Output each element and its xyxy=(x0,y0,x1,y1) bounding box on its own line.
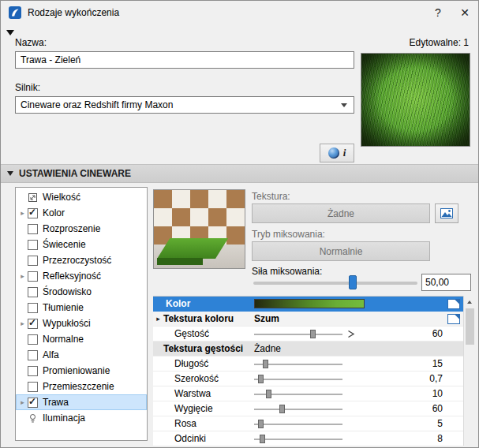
prop-slider-track[interactable] xyxy=(254,439,342,440)
blend-strength-slider-thumb[interactable] xyxy=(349,275,357,289)
tree-item-wielkosc[interactable]: Wielkość xyxy=(16,189,147,205)
tree-item-kolor[interactable]: Kolor xyxy=(16,205,147,221)
expand-arrow-icon[interactable] xyxy=(153,315,163,323)
prop-row-gestosc[interactable]: Gęstość60 xyxy=(153,327,463,342)
tree-item-przemieszczenie[interactable]: Przemieszczenie xyxy=(16,379,147,394)
tree-item-promieniowanie[interactable]: Promieniowanie xyxy=(16,363,147,379)
tree-item-trawa[interactable]: Trawa xyxy=(16,394,147,410)
tree-item-wypuklosci[interactable]: Wypukłości xyxy=(16,315,147,331)
app-logo-icon xyxy=(9,6,21,19)
channel-checkbox[interactable] xyxy=(28,208,38,218)
prop-slider-thumb[interactable] xyxy=(310,330,316,338)
channel-checkbox[interactable] xyxy=(28,319,38,329)
prop-row-tekstura-gestosci[interactable]: Tekstura gęstościŻadne xyxy=(153,342,463,357)
section-collapse-icon xyxy=(7,171,13,176)
prop-number-value[interactable]: 8 xyxy=(437,433,443,444)
cineware-info-button[interactable]: i xyxy=(320,144,354,162)
prop-slider-thumb[interactable] xyxy=(258,375,264,383)
prop-row-dlugosc[interactable]: Długość15 xyxy=(153,357,463,371)
engine-label: Silnik: xyxy=(15,82,40,93)
prop-label: Warstwa xyxy=(174,388,211,399)
prop-slider-track[interactable] xyxy=(254,379,342,380)
close-button[interactable]: ✕ xyxy=(451,1,478,24)
texture-browse-button[interactable] xyxy=(435,203,458,223)
tree-item-label: Wielkość xyxy=(43,192,80,203)
prop-number-value[interactable]: 60 xyxy=(432,403,443,414)
expand-arrow-icon[interactable] xyxy=(17,394,28,410)
prop-label: Tekstura gęstości xyxy=(163,343,243,354)
prop-number-value[interactable]: 15 xyxy=(432,358,443,369)
titlebar: Rodzaje wykończenia ? ✕ xyxy=(1,1,478,24)
texture-button[interactable]: Żadne xyxy=(252,203,430,223)
channel-checkbox[interactable] xyxy=(28,350,38,360)
prop-number-value[interactable]: 60 xyxy=(432,328,443,339)
channel-checkbox[interactable] xyxy=(28,366,38,376)
tree-item-label: Świecenie xyxy=(43,239,86,250)
prop-slider-thumb[interactable] xyxy=(258,420,264,428)
blend-mode-button-label: Normalnie xyxy=(320,246,363,257)
tree-item-normalne[interactable]: Normalne xyxy=(16,331,147,347)
help-button[interactable]: ? xyxy=(425,1,451,24)
prop-value: Szum xyxy=(254,313,279,324)
color-gradient-bar[interactable] xyxy=(254,299,365,308)
prop-slider-track[interactable] xyxy=(254,334,342,335)
texture-slot-icon[interactable] xyxy=(447,299,460,309)
prop-row-rosa[interactable]: Rosa5 xyxy=(153,416,463,431)
tree-item-alfa[interactable]: Alfa xyxy=(16,347,147,363)
prop-row-odcinki[interactable]: Odcinki8 xyxy=(153,431,463,446)
tree-item-refleksyjnosc[interactable]: Refleksyjność xyxy=(16,268,147,284)
tree-item-swiecenie[interactable]: Świecenie xyxy=(16,237,147,252)
section-header-cineware[interactable]: USTAWIENIA CINEWARE xyxy=(1,164,478,183)
prop-slider-thumb[interactable] xyxy=(279,405,285,413)
texture-slot-icon[interactable] xyxy=(447,314,460,324)
channel-checkbox[interactable] xyxy=(28,398,38,408)
expand-arrow-icon[interactable] xyxy=(17,205,28,221)
blend-mode-button[interactable]: Normalnie xyxy=(252,241,430,261)
tree-item-label: Tłumienie xyxy=(43,302,84,313)
channel-checkbox[interactable] xyxy=(28,287,38,297)
channel-checkbox[interactable] xyxy=(28,382,38,392)
name-label: Nazwa: xyxy=(15,37,47,48)
tree-item-label: Refleksyjność xyxy=(43,271,101,282)
tree-item-srodowisko[interactable]: Środowisko xyxy=(16,284,147,300)
prop-number-value[interactable]: 5 xyxy=(437,418,443,429)
tree-item-label: Normalne xyxy=(43,334,84,345)
grass-properties-table: Kolor Tekstura koloruSzumGęstość60Tekstu… xyxy=(153,296,463,446)
expand-arrow-icon[interactable] xyxy=(17,268,28,284)
prop-row-szerokosc[interactable]: Szerokość0,7 xyxy=(153,371,463,386)
prop-row-kolor[interactable]: Kolor xyxy=(153,297,463,312)
engine-dropdown[interactable]: Cineware oraz Redshift firmy Maxon xyxy=(15,96,354,114)
blend-strength-slider-track[interactable] xyxy=(253,282,417,285)
prop-slider-thumb[interactable] xyxy=(266,390,271,398)
channel-checkbox[interactable] xyxy=(28,303,38,313)
tree-item-rozproszenie[interactable]: Rozproszenie xyxy=(16,221,147,237)
prop-slider-thumb[interactable] xyxy=(263,360,268,368)
panel-collapse-icon[interactable] xyxy=(6,30,14,35)
expand-arrow-icon[interactable] xyxy=(17,315,28,331)
prop-slider-track[interactable] xyxy=(254,409,342,410)
scroll-up-icon[interactable] xyxy=(464,296,475,308)
scrollbar-thumb[interactable] xyxy=(466,308,474,345)
tree-item-tlumienie[interactable]: Tłumienie xyxy=(16,300,147,315)
chevron-down-icon xyxy=(341,103,347,107)
prop-row-tekstura-koloru[interactable]: Tekstura koloruSzum xyxy=(153,312,463,327)
prop-slider-thumb[interactable] xyxy=(260,435,265,443)
channel-checkbox[interactable] xyxy=(28,240,38,250)
prop-number-value[interactable]: 10 xyxy=(432,388,443,399)
channel-checkbox[interactable] xyxy=(28,256,38,266)
channel-checkbox[interactable] xyxy=(28,224,38,234)
grass-plane-edge xyxy=(157,258,203,265)
properties-scrollbar[interactable] xyxy=(463,296,475,446)
image-icon xyxy=(440,208,453,218)
prop-row-warstwa[interactable]: Warstwa10 xyxy=(153,386,463,401)
prop-slider-track[interactable] xyxy=(254,424,342,425)
channel-checkbox[interactable] xyxy=(28,271,38,282)
blend-strength-input[interactable]: 50,00 xyxy=(421,274,471,291)
channel-checkbox[interactable] xyxy=(28,334,38,345)
prop-number-value[interactable]: 0,7 xyxy=(429,373,443,384)
tree-item-przezroczystosc[interactable]: Przezroczystość xyxy=(16,252,147,268)
tree-item-iluminacja[interactable]: Iluminacja xyxy=(16,410,147,426)
prop-row-wygiecie[interactable]: Wygięcie60 xyxy=(153,401,463,416)
prop-label: Kolor xyxy=(166,298,190,309)
name-input[interactable]: Trawa - Zieleń xyxy=(15,51,354,69)
